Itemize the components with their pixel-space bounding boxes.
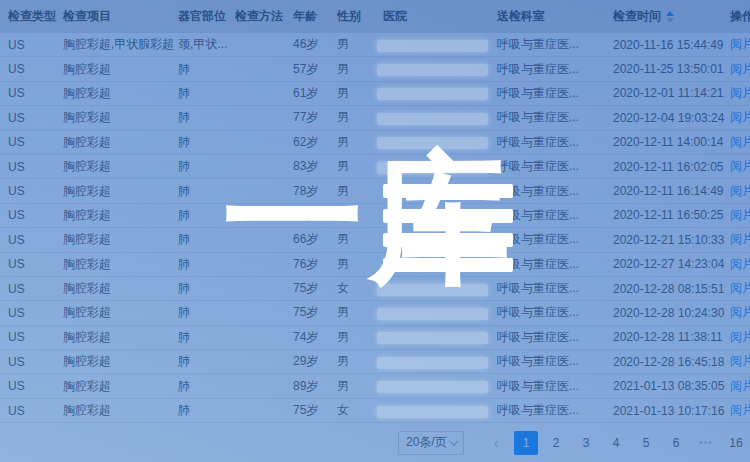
page-button-5[interactable]: 5 xyxy=(634,431,658,455)
page-ellipsis[interactable]: ••• xyxy=(694,431,718,455)
view-film-link[interactable]: 阅片 xyxy=(730,110,750,124)
page-button-3[interactable]: 3 xyxy=(574,431,598,455)
cell-gender: 男 xyxy=(337,158,383,175)
cell-time: 2020-12-11 16:50:25 xyxy=(613,208,730,222)
cell-dept: 呼吸与重症医... xyxy=(497,36,613,53)
cell-action: 阅片 xyxy=(730,36,750,53)
cell-age: 46岁 xyxy=(293,36,337,53)
cell-dept: 呼吸与重症医... xyxy=(497,280,613,297)
page-button-1[interactable]: 1 xyxy=(514,431,538,455)
cell-organ: 肺 xyxy=(178,61,235,78)
table-row: US胸腔彩超肺74岁男呼吸与重症医...2020-12-28 11:38:11阅… xyxy=(0,326,750,350)
cell-item: 胸腔彩超 xyxy=(63,134,178,151)
cell-organ: 肺 xyxy=(178,378,235,395)
table-row: US胸腔彩超肺76岁男呼吸与重症医...2020-12-27 14:23:04阅… xyxy=(0,253,750,277)
cell-organ: 肺 xyxy=(178,183,235,200)
cell-gender: 男 xyxy=(337,329,383,346)
cell-age: 61岁 xyxy=(293,85,337,102)
page-button-4[interactable]: 4 xyxy=(604,431,628,455)
header-exam-item: 检查项目 xyxy=(63,8,178,25)
view-film-link[interactable]: 阅片 xyxy=(730,37,750,51)
cell-dept: 呼吸与重症医... xyxy=(497,134,613,151)
cell-age: 76岁 xyxy=(293,207,337,224)
cell-time: 2021-01-13 08:35:05 xyxy=(613,379,730,393)
view-film-link[interactable]: 阅片 xyxy=(730,62,750,76)
page-size-select[interactable]: 20条/页 xyxy=(398,431,464,455)
cell-age: 57岁 xyxy=(293,61,337,78)
cell-item: 胸腔彩超 xyxy=(63,280,178,297)
view-film-link[interactable]: 阅片 xyxy=(730,281,750,295)
cell-gender: 男 xyxy=(337,231,383,248)
view-film-link[interactable]: 阅片 xyxy=(730,159,750,173)
header-action: 操作 xyxy=(730,8,750,25)
view-film-link[interactable]: 阅片 xyxy=(730,403,750,417)
sort-caret-up-icon xyxy=(666,11,674,16)
cell-time: 2020-12-28 11:38:11 xyxy=(613,330,730,344)
cell-item: 胸腔彩超 xyxy=(63,61,178,78)
cell-type: US xyxy=(8,282,63,296)
cell-age: 89岁 xyxy=(293,378,337,395)
cell-organ: 肺 xyxy=(178,256,235,273)
view-film-link[interactable]: 阅片 xyxy=(730,232,750,246)
header-organ: 器官部位 xyxy=(178,8,235,25)
page-button-6[interactable]: 6 xyxy=(664,431,688,455)
cell-type: US xyxy=(8,135,63,149)
table-row: US胸腔彩超肺75岁女呼吸与重症医...2020-12-28 08:15:51阅… xyxy=(0,277,750,301)
table-row: US胸腔彩超肺66岁男呼吸与重症医...2020-12-21 15:10:33阅… xyxy=(0,228,750,252)
table-row: US胸腔彩超肺89岁男呼吸与重症医...2021-01-13 08:35:05阅… xyxy=(0,374,750,398)
cell-dept: 呼吸与重症医... xyxy=(497,207,613,224)
cell-organ: 肺 xyxy=(178,329,235,346)
table-row: US胸腔彩超肺76岁女呼吸与重症医...2020-12-11 16:50:25阅… xyxy=(0,204,750,228)
sort-icon[interactable] xyxy=(666,11,674,23)
header-exam-type: 检查类型 xyxy=(8,8,63,25)
view-film-link[interactable]: 阅片 xyxy=(730,86,750,100)
view-film-link[interactable]: 阅片 xyxy=(730,354,750,368)
cell-item: 胸腔彩超 xyxy=(63,353,178,370)
cell-action: 阅片 xyxy=(730,231,750,248)
cell-action: 阅片 xyxy=(730,109,750,126)
cell-type: US xyxy=(8,379,63,393)
cell-time: 2020-12-28 10:24:30 xyxy=(613,306,730,320)
table-row: US胸腔彩超肺75岁女呼吸与重症医...2021-01-13 10:17:16阅… xyxy=(0,399,750,423)
cell-action: 阅片 xyxy=(730,402,750,419)
prev-page-button[interactable]: ‹ xyxy=(484,435,508,451)
view-film-link[interactable]: 阅片 xyxy=(730,330,750,344)
table-row: US胸腔彩超,甲状腺彩超颈,甲状...46岁男呼吸与重症医...2020-11-… xyxy=(0,33,750,57)
cell-action: 阅片 xyxy=(730,207,750,224)
cell-time: 2020-12-11 14:00:14 xyxy=(613,135,730,149)
cell-type: US xyxy=(8,160,63,174)
cell-time: 2020-11-25 13:50:01 xyxy=(613,62,730,76)
view-film-link[interactable]: 阅片 xyxy=(730,305,750,319)
cell-organ: 肺 xyxy=(178,402,235,419)
table-row: US胸腔彩超肺29岁男呼吸与重症医...2020-12-28 16:45:18阅… xyxy=(0,350,750,374)
cell-time: 2020-12-28 16:45:18 xyxy=(613,355,730,369)
view-film-link[interactable]: 阅片 xyxy=(730,208,750,222)
cell-dept: 呼吸与重症医... xyxy=(497,109,613,126)
cell-gender: 男 xyxy=(337,304,383,321)
table-row: US胸腔彩超肺61岁男呼吸与重症医...2020-12-01 11:14:21阅… xyxy=(0,82,750,106)
page-button-16[interactable]: 16 xyxy=(724,431,748,455)
cell-item: 胸腔彩超 xyxy=(63,304,178,321)
cell-item: 胸腔彩超 xyxy=(63,85,178,102)
view-film-link[interactable]: 阅片 xyxy=(730,184,750,198)
cell-age: 77岁 xyxy=(293,109,337,126)
cell-gender: 男 xyxy=(337,36,383,53)
cell-action: 阅片 xyxy=(730,353,750,370)
cell-gender: 男 xyxy=(337,183,383,200)
cell-type: US xyxy=(8,404,63,418)
cell-organ: 肺 xyxy=(178,304,235,321)
page-size-label: 20条/页 xyxy=(406,434,447,451)
page-button-2[interactable]: 2 xyxy=(544,431,568,455)
table-row: US胸腔彩超肺77岁男呼吸与重症医...2020-12-04 19:03:24阅… xyxy=(0,106,750,130)
view-film-link[interactable]: 阅片 xyxy=(730,135,750,149)
cell-organ: 肺 xyxy=(178,134,235,151)
cell-gender: 男 xyxy=(337,378,383,395)
header-exam-time[interactable]: 检查时间 xyxy=(613,8,730,25)
cell-action: 阅片 xyxy=(730,61,750,78)
view-film-link[interactable]: 阅片 xyxy=(730,379,750,393)
cell-organ: 肺 xyxy=(178,85,235,102)
view-film-link[interactable]: 阅片 xyxy=(730,257,750,271)
cell-dept: 呼吸与重症医... xyxy=(497,353,613,370)
cell-type: US xyxy=(8,208,63,222)
header-gender: 性别 xyxy=(337,8,383,25)
